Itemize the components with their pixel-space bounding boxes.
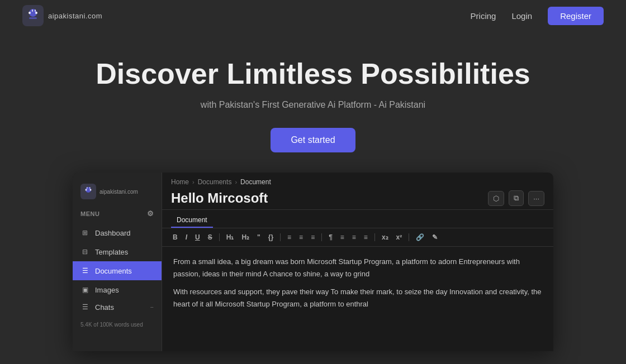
pricing-link[interactable]: Pricing bbox=[471, 11, 496, 21]
toolbar-edit[interactable]: ✎ bbox=[429, 232, 440, 243]
chats-icon: ☰ bbox=[80, 303, 89, 312]
svg-rect-5 bbox=[32, 9, 33, 12]
toolbar-sep-4 bbox=[374, 233, 375, 241]
sidebar-label-documents: Documents bbox=[95, 267, 132, 275]
navbar-logo-text: aipakistani.com bbox=[48, 12, 102, 20]
breadcrumb-documents[interactable]: Documents bbox=[198, 178, 232, 186]
navbar: aipakistani.com Pricing Login Register bbox=[0, 0, 626, 31]
sidebar-logo-icon bbox=[80, 184, 96, 199]
breadcrumb-sep-1: › bbox=[192, 179, 195, 185]
svg-rect-12 bbox=[89, 187, 91, 189]
doc-paragraph-1: From a small idea, a big dream was born … bbox=[173, 256, 542, 280]
sidebar-logo-area: aipakistani.com bbox=[73, 179, 162, 207]
doc-copy-btn[interactable]: ⧉ bbox=[509, 190, 524, 206]
doc-tab-row: Document bbox=[162, 210, 553, 228]
sidebar-footer-words: 5.4K of 100K words used bbox=[73, 317, 162, 332]
sidebar-item-chats[interactable]: ☰ Chats bbox=[80, 303, 114, 312]
toolbar-sep-5 bbox=[409, 233, 409, 241]
svg-point-3 bbox=[29, 12, 31, 14]
svg-rect-6 bbox=[35, 9, 36, 12]
chats-collapse-icon[interactable]: − bbox=[150, 304, 154, 310]
doc-header: Home › Documents › Document Hello Mircos… bbox=[162, 173, 553, 210]
sidebar-label-images: Images bbox=[95, 286, 119, 294]
sidebar-label-templates: Templates bbox=[95, 248, 128, 256]
toolbar-sep-3 bbox=[321, 233, 322, 241]
svg-rect-2 bbox=[29, 17, 37, 19]
doc-body[interactable]: From a small idea, a big dream was born … bbox=[162, 247, 553, 325]
svg-point-9 bbox=[86, 189, 87, 191]
toolbar-sep-1 bbox=[219, 233, 220, 241]
sidebar-logo-text: aipakistani.com bbox=[99, 189, 138, 195]
toolbar-code[interactable]: {} bbox=[265, 232, 276, 243]
sidebar-item-dashboard[interactable]: ⊞ Dashboard bbox=[73, 223, 162, 242]
toolbar-strikethrough[interactable]: S bbox=[205, 232, 215, 243]
sidebar-item-templates[interactable]: ⊟ Templates bbox=[73, 242, 162, 261]
doc-title-row: Hello Mircosoft ⬡ ⧉ ··· bbox=[171, 190, 544, 206]
documents-icon: ☰ bbox=[80, 266, 89, 275]
toolbar-list-bullet[interactable]: ≡ bbox=[284, 232, 294, 243]
app-window: aipakistani.com MENU ⚙ ⊞ Dashboard ⊟ Tem… bbox=[73, 173, 553, 351]
templates-icon: ⊟ bbox=[80, 247, 89, 256]
hero-subtitle: with Pakistan's First Generative Ai Plat… bbox=[11, 100, 615, 110]
doc-paragraph-2: With resources and support, they pave th… bbox=[173, 286, 542, 310]
doc-title: Hello Mircosoft bbox=[171, 190, 268, 206]
sidebar-item-images[interactable]: ▣ Images bbox=[73, 280, 162, 299]
toolbar-underline[interactable]: U bbox=[192, 232, 203, 243]
navbar-links: Pricing Login Register bbox=[471, 7, 604, 25]
svg-point-10 bbox=[90, 189, 92, 191]
dashboard-icon: ⊞ bbox=[80, 228, 89, 237]
sidebar-item-documents[interactable]: ☰ Documents bbox=[73, 261, 162, 280]
images-icon: ▣ bbox=[80, 285, 89, 294]
logo-icon bbox=[22, 5, 44, 26]
toolbar-h1[interactable]: H₁ bbox=[224, 232, 237, 243]
toolbar: B I U S H₁ H₂ " {} ≡ ≡ ≡ ¶ ≡ ≡ ≡ x₂ x² 🔗… bbox=[162, 228, 553, 247]
toolbar-align-justify[interactable]: ≡ bbox=[361, 232, 371, 243]
toolbar-quote[interactable]: " bbox=[254, 232, 263, 243]
breadcrumb: Home › Documents › Document bbox=[171, 178, 544, 186]
sidebar-chats-divider: ☰ Chats − bbox=[73, 299, 162, 315]
toolbar-sep-2 bbox=[280, 233, 281, 241]
sidebar: aipakistani.com MENU ⚙ ⊞ Dashboard ⊟ Tem… bbox=[73, 173, 162, 351]
svg-rect-11 bbox=[87, 187, 88, 189]
breadcrumb-home[interactable]: Home bbox=[171, 178, 189, 186]
toolbar-align-left[interactable]: ¶ bbox=[326, 232, 335, 243]
sidebar-label-dashboard: Dashboard bbox=[95, 229, 131, 237]
navbar-logo: aipakistani.com bbox=[22, 5, 102, 26]
tab-document[interactable]: Document bbox=[171, 213, 213, 228]
toolbar-h2[interactable]: H₂ bbox=[239, 232, 252, 243]
doc-actions: ⬡ ⧉ ··· bbox=[488, 190, 544, 206]
hero-section: Discover Limitless Possibilities with Pa… bbox=[0, 31, 626, 173]
toolbar-align-right[interactable]: ≡ bbox=[349, 232, 359, 243]
toolbar-list-check[interactable]: ≡ bbox=[308, 232, 317, 243]
toolbar-link[interactable]: 🔗 bbox=[413, 232, 427, 243]
breadcrumb-document: Document bbox=[240, 178, 271, 186]
sidebar-settings-icon[interactable]: ⚙ bbox=[147, 209, 154, 218]
toolbar-list-ordered[interactable]: ≡ bbox=[296, 232, 306, 243]
doc-more-btn[interactable]: ··· bbox=[528, 191, 544, 206]
doc-save-btn[interactable]: ⬡ bbox=[488, 191, 504, 206]
toolbar-subscript[interactable]: x₂ bbox=[379, 232, 391, 243]
toolbar-superscript[interactable]: x² bbox=[393, 232, 405, 243]
get-started-button[interactable]: Get started bbox=[271, 128, 355, 152]
login-link[interactable]: Login bbox=[511, 11, 532, 21]
hero-title: Discover Limitless Possibilities bbox=[11, 58, 615, 90]
toolbar-align-center[interactable]: ≡ bbox=[338, 232, 347, 243]
toolbar-italic[interactable]: I bbox=[183, 232, 190, 243]
sidebar-label-chats: Chats bbox=[95, 303, 114, 312]
sidebar-menu-label: MENU ⚙ bbox=[73, 207, 162, 223]
register-button[interactable]: Register bbox=[548, 7, 604, 25]
svg-point-4 bbox=[35, 12, 37, 14]
toolbar-bold[interactable]: B bbox=[170, 232, 181, 243]
breadcrumb-sep-2: › bbox=[235, 179, 237, 185]
main-content: Home › Documents › Document Hello Mircos… bbox=[162, 173, 553, 351]
